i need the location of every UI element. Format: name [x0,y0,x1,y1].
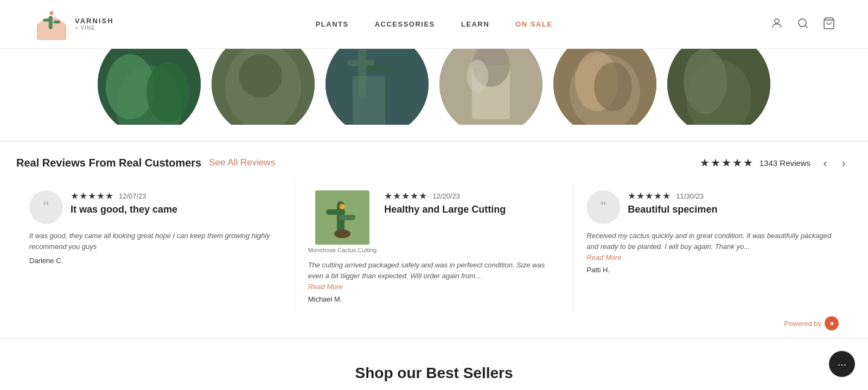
svg-point-35 [334,229,350,238]
best-sellers-section: Shop our Best Sellers SHOP NOW → [0,338,868,390]
nav-accessories[interactable]: ACCESSORIES [375,20,435,28]
circle-item-2 [206,49,320,125]
powered-by-badge: ★ [825,316,839,330]
review-stars-1: ★ ★ ★ ★ ★ [71,190,113,202]
review-meta-2: ★ ★ ★ ★ ★ 12/20/23 Healthy and Large Cut… [384,190,560,220]
svg-rect-19 [353,76,385,125]
review-product-img-2 [315,190,369,245]
svg-point-30 [684,49,727,114]
review-author-2: Michael M. [308,295,560,303]
search-icon[interactable] [796,17,809,32]
quote-icon-3: " [601,199,606,216]
circle-item-4 [434,49,548,125]
circle-item-6 [662,49,776,125]
review-card-1: " ★ ★ ★ ★ ★ 12/07/23 It was good, they c… [16,182,295,312]
review-card-3: " ★ ★ ★ ★ ★ 11/30/23 Beautiful specimen [573,182,852,312]
svg-point-11 [146,62,190,122]
svg-rect-2 [43,18,49,21]
star-1: ★ [700,156,710,169]
reviews-title-group: Real Reviews From Real Customers See All… [16,157,275,169]
circles-row [0,49,868,141]
prev-review-button[interactable]: ‹ [817,155,833,171]
svg-point-6 [799,19,806,27]
svg-point-36 [340,204,345,209]
review-image-group-2: Monstrose Cactus Cutting [308,190,377,253]
quote-icon-1: " [43,199,49,216]
account-icon[interactable] [770,17,783,32]
cart-icon[interactable] [822,17,835,32]
badge-icon: ★ [829,321,834,327]
reviews-title: Real Reviews From Real Customers [16,157,201,169]
svg-point-4 [50,11,54,15]
review-card-2: Monstrose Cactus Cutting ★ ★ ★ ★ ★ 12/20… [295,182,574,312]
review-body-2: The cutting arrived packaged safely and … [308,260,560,282]
svg-point-27 [594,62,632,111]
read-more-link-2[interactable]: Read More [308,283,560,291]
logo-area[interactable]: VARNISH + VINE [33,5,114,43]
header-icons [770,17,835,32]
review-stars-date-1: ★ ★ ★ ★ ★ 12/07/23 [71,190,282,202]
overall-stars: ★ ★ ★ ★ ★ [700,156,753,169]
powered-by: Powered by ★ [16,312,852,333]
review-author-1: Darlene C. [29,257,282,265]
review-meta-3: ★ ★ ★ ★ ★ 11/30/23 Beautiful specimen [628,190,839,220]
review-stars-2: ★ ★ ★ ★ ★ [384,190,427,202]
review-body-1: It was good, they came all looking great… [29,231,282,252]
see-all-reviews-link[interactable]: See All Reviews [209,157,275,168]
circle-item-1 [92,49,206,125]
star-2: ★ [711,156,720,169]
review-card-1-header: " ★ ★ ★ ★ ★ 12/07/23 It was good, they c… [29,190,282,224]
circle-item-3 [320,49,434,125]
review-author-3: Patti H. [586,266,839,274]
read-more-link-3[interactable]: Read More [586,253,839,261]
circle-image-5 [553,49,656,125]
svg-point-23 [467,60,488,92]
nav-on-sale[interactable]: ON SALE [515,20,552,28]
reviews-header: Real Reviews From Real Customers See All… [16,155,852,171]
review-date-2: 12/20/23 [432,192,460,200]
circle-image-6 [667,49,770,125]
nav-plants[interactable]: PLANTS [316,20,349,28]
svg-rect-1 [49,16,53,29]
chat-bubble[interactable]: ··· [829,351,855,377]
circle-item-5 [548,49,662,125]
review-card-2-header: Monstrose Cactus Cutting ★ ★ ★ ★ ★ 12/20… [308,190,560,253]
logo-icon [33,5,71,43]
review-stars-3: ★ ★ ★ ★ ★ [628,190,671,202]
powered-by-label: Powered by [784,319,821,328]
svg-rect-18 [366,65,393,72]
svg-point-5 [775,19,779,23]
nav-arrows: ‹ › [817,155,852,171]
nav-learn[interactable]: LEARN [461,20,489,28]
review-card-3-header: " ★ ★ ★ ★ ★ 11/30/23 Beautiful specimen [586,190,839,224]
circle-image-4 [439,49,542,125]
review-avatar-1: " [29,190,63,224]
circle-image-3 [326,49,429,125]
reviews-cards: " ★ ★ ★ ★ ★ 12/07/23 It was good, they c… [16,182,852,312]
svg-rect-34 [339,215,355,220]
chat-icon: ··· [838,358,847,370]
next-review-button[interactable]: › [835,155,852,171]
star-4: ★ [732,156,742,169]
svg-point-14 [239,54,282,98]
review-date-1: 12/07/23 [119,192,146,200]
review-date-3: 11/30/23 [676,192,704,200]
site-header: VARNISH + VINE PLANTS ACCESSORIES LEARN … [0,0,868,49]
review-meta-1: ★ ★ ★ ★ ★ 12/07/23 It was good, they cam… [71,190,282,220]
star-5: ★ [743,156,753,169]
review-title-2: Healthy and Large Cutting [384,204,560,215]
reviews-summary: ★ ★ ★ ★ ★ 1343 Reviews ‹ › [700,155,852,171]
review-title-3: Beautiful specimen [628,204,839,215]
circle-image-2 [212,49,315,125]
review-body-3: Received my cactus quickly and in great … [586,231,839,252]
review-avatar-3: " [586,190,620,224]
review-title-1: It was good, they came [71,204,282,215]
reviews-count: 1343 Reviews [760,158,810,168]
review-product-label-2: Monstrose Cactus Cutting [308,247,377,253]
svg-rect-3 [54,21,60,23]
circle-image-1 [98,49,201,125]
main-nav: PLANTS ACCESSORIES LEARN ON SALE [316,20,553,28]
review-stars-date-3: ★ ★ ★ ★ ★ 11/30/23 [628,190,839,202]
svg-rect-33 [326,209,345,215]
reviews-section: Real Reviews From Real Customers See All… [0,141,868,338]
